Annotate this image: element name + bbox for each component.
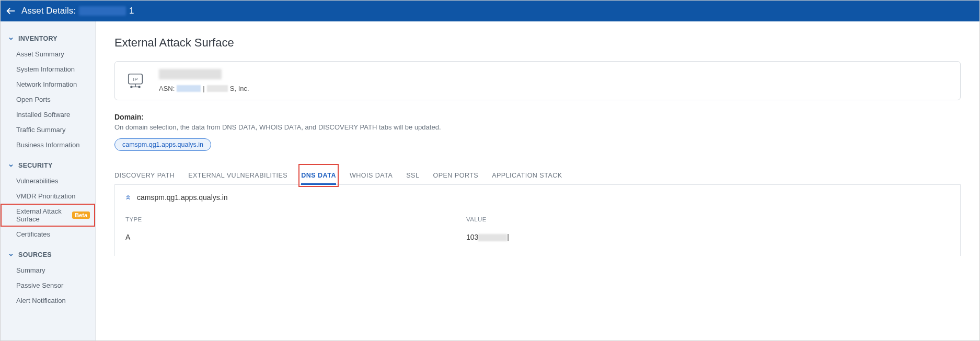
sidebar-item-network-information[interactable]: Network Information <box>1 77 95 92</box>
sidebar-group-inventory[interactable]: INVENTORY <box>1 26 95 46</box>
sidebar-group-sources[interactable]: SOURCES <box>1 242 95 263</box>
asn-line: ASN: | S, Inc. <box>159 85 249 92</box>
asset-suffix: 1 <box>129 6 134 16</box>
sidebar-group-label: INVENTORY <box>18 35 57 42</box>
dns-type: A <box>125 228 465 246</box>
sidebar: INVENTORY Asset Summary System Informati… <box>1 21 96 340</box>
page-title: External Attack Surface <box>114 36 961 50</box>
tab-application-stack[interactable]: APPLICATION STACK <box>492 167 562 184</box>
sidebar-item-traffic-summary[interactable]: Traffic Summary <box>1 122 95 137</box>
sidebar-item-external-attack-surface[interactable]: External Attack Surface Beta <box>1 204 95 227</box>
col-type: TYPE <box>125 212 465 227</box>
chevron-down-icon <box>8 36 14 42</box>
svg-point-5 <box>131 86 132 87</box>
ip-value-redacted <box>159 69 222 79</box>
chevron-down-icon <box>8 252 14 258</box>
beta-badge: Beta <box>72 211 90 219</box>
sidebar-item-installed-software[interactable]: Installed Software <box>1 107 95 122</box>
sidebar-group-label: SOURCES <box>18 251 52 258</box>
sidebar-item-vulnerabilities[interactable]: Vulnerabilities <box>1 173 95 189</box>
ip-icon: IP <box>124 70 146 92</box>
col-value: VALUE <box>466 212 950 227</box>
tabs: DISCOVERY PATH EXTERNAL VULNERABILITIES … <box>114 167 961 185</box>
tab-open-ports[interactable]: OPEN PORTS <box>433 167 478 184</box>
asn-label: ASN: <box>159 85 175 92</box>
value-redacted <box>478 234 507 241</box>
title-prefix: Asset Details: <box>21 6 76 16</box>
svg-text:IP: IP <box>133 76 138 82</box>
main-content: External Attack Surface IP ASN: | S, Inc… <box>96 21 979 340</box>
tab-external-vulnerabilities[interactable]: EXTERNAL VULNERABILITIES <box>188 167 287 184</box>
asset-name-redacted <box>79 6 126 16</box>
sidebar-item-asset-summary[interactable]: Asset Summary <box>1 46 95 62</box>
org-name-redacted <box>207 85 228 92</box>
sidebar-group-security[interactable]: SECURITY <box>1 152 95 173</box>
tab-discovery-path[interactable]: DISCOVERY PATH <box>114 167 175 184</box>
sidebar-item-certificates[interactable]: Certificates <box>1 227 95 242</box>
divider: | <box>203 85 204 92</box>
domain-chip[interactable]: camspm.qg1.apps.qualys.in <box>114 138 211 151</box>
tab-whois-data[interactable]: WHOIS DATA <box>350 167 393 184</box>
dns-expander-header[interactable]: camspm.qg1.apps.qualys.in <box>124 193 951 202</box>
domain-label: Domain: <box>114 113 961 121</box>
dns-table: TYPE VALUE A 103| <box>124 211 951 248</box>
asset-info-card: IP ASN: | S, Inc. <box>114 61 961 100</box>
chevron-down-icon <box>8 162 14 169</box>
page-header-title: Asset Details: 1 <box>21 6 134 16</box>
dns-domain-name: camspm.qg1.apps.qualys.in <box>137 193 228 202</box>
sidebar-item-business-information[interactable]: Business Information <box>1 137 95 152</box>
dns-panel: camspm.qg1.apps.qualys.in TYPE VALUE A 1… <box>114 185 961 256</box>
sidebar-group-label: SECURITY <box>18 162 53 169</box>
collapse-icon <box>124 194 132 201</box>
domain-description: On domain selection, the data from DNS D… <box>114 123 961 131</box>
asn-value-redacted <box>177 85 201 92</box>
arrow-left-icon <box>5 5 17 17</box>
svg-point-6 <box>139 86 140 87</box>
sidebar-item-open-ports[interactable]: Open Ports <box>1 92 95 107</box>
dns-row: A 103| <box>125 228 950 246</box>
sidebar-item-vmdr-prioritization[interactable]: VMDR Prioritization <box>1 189 95 204</box>
tab-dns-data[interactable]: DNS DATA <box>301 167 336 184</box>
sidebar-item-alert-notification[interactable]: Alert Notification <box>1 293 95 308</box>
org-suffix: S, Inc. <box>230 85 249 92</box>
sidebar-item-passive-sensor[interactable]: Passive Sensor <box>1 278 95 293</box>
sidebar-item-system-information[interactable]: System Information <box>1 62 95 77</box>
back-button[interactable] <box>5 5 17 17</box>
tab-ssl[interactable]: SSL <box>406 167 419 184</box>
sidebar-item-summary[interactable]: Summary <box>1 263 95 278</box>
dns-value: 103| <box>466 228 950 246</box>
